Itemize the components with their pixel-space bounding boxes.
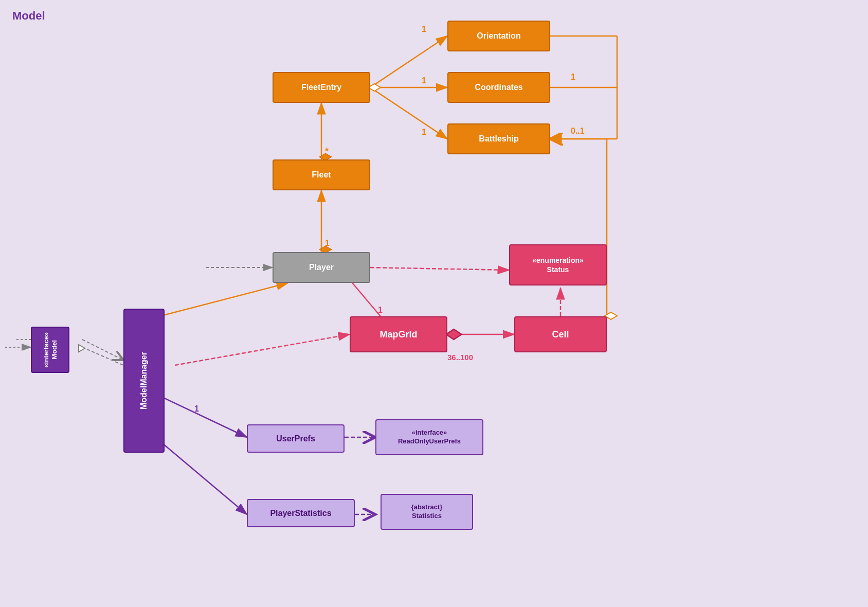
- model-manager-box[interactable]: ModelManager: [123, 309, 165, 453]
- svg-line-54: [82, 347, 123, 365]
- orientation-box[interactable]: Orientation: [447, 21, 550, 51]
- svg-text:1: 1: [422, 25, 426, 33]
- fleet-entry-box[interactable]: FleetEntry: [273, 72, 370, 103]
- read-only-user-prefs-box[interactable]: «interface»ReadOnlyUserPrefs: [375, 419, 483, 455]
- svg-text:0..1: 0..1: [571, 127, 585, 135]
- player-statistics-box[interactable]: PlayerStatistics: [247, 499, 355, 527]
- diagram-title: Model: [12, 9, 45, 23]
- statistics-label: {abstract}Statistics: [411, 503, 443, 521]
- interface-model-label: «interface»Model: [42, 332, 58, 368]
- player-label: Player: [309, 263, 334, 272]
- svg-text:1: 1: [422, 128, 426, 136]
- read-only-user-prefs-label: «interface»ReadOnlyUserPrefs: [398, 429, 461, 446]
- coordinates-box[interactable]: Coordinates: [447, 72, 550, 103]
- user-prefs-box[interactable]: UserPrefs: [247, 424, 345, 453]
- user-prefs-label: UserPrefs: [276, 434, 315, 443]
- diagram-container: Model: [0, 0, 868, 607]
- svg-text:1: 1: [422, 76, 426, 85]
- statistics-box[interactable]: {abstract}Statistics: [381, 494, 473, 530]
- svg-line-29: [370, 267, 509, 270]
- svg-text:*: *: [325, 146, 329, 156]
- svg-line-24: [82, 340, 123, 360]
- svg-line-21: [149, 283, 288, 319]
- map-grid-box[interactable]: MapGrid: [350, 316, 447, 352]
- status-label: «enumeration»Status: [532, 256, 584, 274]
- map-grid-label: MapGrid: [379, 329, 417, 340]
- svg-line-25: [175, 334, 350, 365]
- fleet-label: Fleet: [312, 170, 331, 180]
- status-box[interactable]: «enumeration»Status: [509, 244, 607, 285]
- player-statistics-label: PlayerStatistics: [270, 509, 331, 518]
- svg-text:1: 1: [378, 306, 383, 314]
- svg-line-11: [370, 36, 447, 87]
- interface-model-box[interactable]: «interface»Model: [31, 327, 69, 373]
- fleet-box[interactable]: Fleet: [273, 159, 370, 190]
- svg-text:1: 1: [325, 239, 330, 247]
- model-manager-label: ModelManager: [139, 352, 149, 409]
- svg-line-13: [370, 87, 447, 139]
- cell-box[interactable]: Cell: [514, 316, 607, 352]
- orientation-label: Orientation: [477, 31, 520, 41]
- svg-text:1: 1: [194, 404, 199, 413]
- coordinates-label: Coordinates: [475, 83, 522, 92]
- player-box[interactable]: Player: [273, 252, 370, 283]
- svg-text:1: 1: [571, 73, 575, 81]
- battleship-label: Battleship: [479, 134, 518, 144]
- svg-marker-55: [79, 345, 85, 352]
- fleet-entry-label: FleetEntry: [301, 83, 341, 92]
- svg-text:36..100: 36..100: [447, 353, 473, 362]
- cell-label: Cell: [552, 329, 569, 340]
- battleship-box[interactable]: Battleship: [447, 123, 550, 154]
